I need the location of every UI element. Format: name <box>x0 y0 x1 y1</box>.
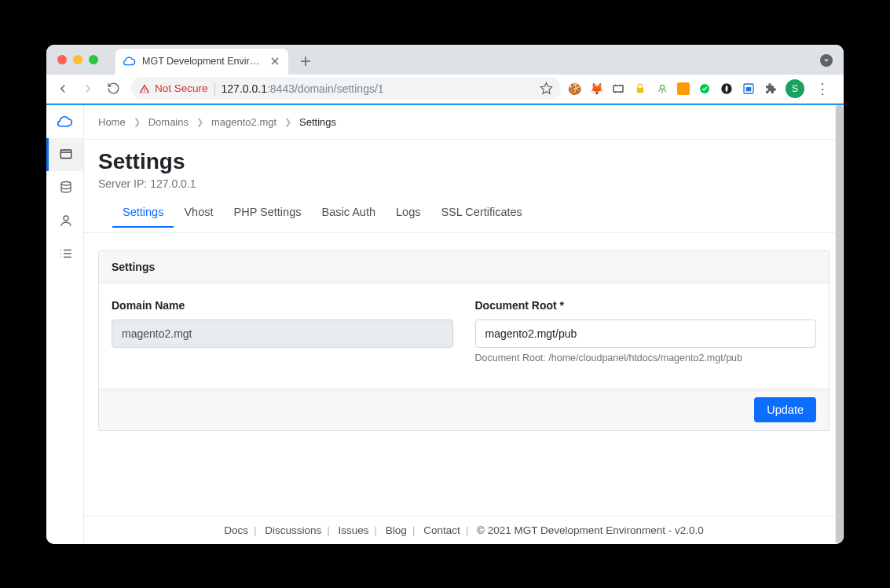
chevron-right-icon: ❯ <box>134 117 141 127</box>
url-bar[interactable]: Not Secure 127.0.0.1:8443/domain/setting… <box>131 77 561 100</box>
document-root-field: Document Root * Document Root: /home/clo… <box>475 299 817 363</box>
extension-icon[interactable] <box>742 82 756 96</box>
breadcrumb: Home ❯ Domains ❯ magento2.mgt ❯ Settings <box>84 105 844 140</box>
svg-point-8 <box>64 216 68 221</box>
extension-icon[interactable]: 🦊 <box>589 82 603 96</box>
footer-link-contact[interactable]: Contact <box>423 524 460 536</box>
panel-body: Domain Name Document Root * Document Roo… <box>99 283 829 389</box>
profile-avatar[interactable]: S <box>786 79 804 98</box>
back-button[interactable] <box>51 77 75 100</box>
security-indicator[interactable]: Not Secure <box>139 82 208 94</box>
reload-button[interactable] <box>101 77 125 100</box>
footer-link-issues[interactable]: Issues <box>339 524 369 536</box>
footer-link-docs[interactable]: Docs <box>224 524 248 536</box>
sidebar-item-databases[interactable] <box>46 171 83 204</box>
breadcrumb-item[interactable]: Home <box>98 116 126 128</box>
breadcrumb-item[interactable]: Domains <box>148 116 189 128</box>
svg-rect-6 <box>60 150 71 159</box>
extension-icon[interactable] <box>677 82 690 95</box>
page-title: Settings <box>98 149 830 174</box>
sidebar <box>46 105 84 544</box>
extension-icon[interactable] <box>698 82 712 96</box>
svg-rect-0 <box>613 86 623 92</box>
close-tab-icon[interactable] <box>269 56 280 67</box>
tabs-menu-icon[interactable] <box>820 54 833 67</box>
page-viewport: Home ❯ Domains ❯ magento2.mgt ❯ Settings… <box>46 104 844 544</box>
extension-icon[interactable]: 🍪 <box>567 82 581 96</box>
tabs: Settings Vhost PHP Settings Basic Auth L… <box>98 198 830 228</box>
domain-name-field: Domain Name <box>112 299 453 363</box>
minimize-window-button[interactable] <box>73 55 82 64</box>
forward-button[interactable] <box>76 77 100 100</box>
server-ip-label: Server IP: 127.0.0.1 <box>98 177 830 190</box>
chevron-right-icon: ❯ <box>284 117 291 127</box>
extensions-menu-icon[interactable] <box>764 82 778 96</box>
scrollbar-thumb[interactable] <box>836 105 843 544</box>
extension-icon[interactable] <box>611 82 625 96</box>
browser-tab[interactable]: MGT Development Environmen <box>115 49 288 75</box>
address-bar: Not Secure 127.0.0.1:8443/domain/setting… <box>46 75 844 104</box>
panel-header: Settings <box>99 251 829 283</box>
extension-icon[interactable] <box>720 82 734 96</box>
extension-icon[interactable] <box>655 82 669 96</box>
svg-rect-5 <box>746 87 752 91</box>
panel-footer: Update <box>99 389 829 430</box>
domain-name-label: Domain Name <box>112 299 453 312</box>
new-tab-button[interactable] <box>295 50 317 72</box>
extension-icon[interactable] <box>633 82 647 96</box>
document-root-input[interactable] <box>475 320 817 348</box>
settings-panel: Settings Domain Name Document Root * Doc… <box>98 250 830 431</box>
tab-basic-auth[interactable]: Basic Auth <box>311 198 386 228</box>
scrollbar-track[interactable] <box>835 105 844 544</box>
tab-settings[interactable]: Settings <box>112 198 174 228</box>
cloud-icon <box>123 55 136 68</box>
tab-logs[interactable]: Logs <box>386 198 430 228</box>
tab-php-settings[interactable]: PHP Settings <box>224 198 312 228</box>
browser-menu-icon[interactable]: ⋮ <box>812 80 833 97</box>
footer-link-discussions[interactable]: Discussions <box>265 524 321 536</box>
breadcrumb-item[interactable]: magento2.mgt <box>211 116 277 128</box>
window-controls <box>57 55 98 64</box>
browser-tab-strip: MGT Development Environmen <box>46 45 844 75</box>
update-button[interactable]: Update <box>754 397 816 422</box>
tab-vhost[interactable]: Vhost <box>174 198 223 228</box>
main-content: Home ❯ Domains ❯ magento2.mgt ❯ Settings… <box>84 105 844 544</box>
footer-copyright: © 2021 MGT Development Environment - v2.… <box>477 524 704 536</box>
extensions-row: 🍪 🦊 S ⋮ <box>567 79 839 98</box>
app-logo-cloud-icon[interactable] <box>46 105 83 138</box>
document-root-label: Document Root * <box>475 299 817 312</box>
breadcrumb-item-active: Settings <box>299 116 336 128</box>
bookmark-star-icon[interactable] <box>540 82 553 95</box>
svg-point-1 <box>660 85 664 89</box>
url-text: 127.0.0.1:8443/domain/settings/1 <box>222 82 384 95</box>
document-root-hint: Document Root: /home/cloudpanel/htdocs/m… <box>475 352 817 363</box>
sidebar-item-domains[interactable] <box>46 138 83 171</box>
close-window-button[interactable] <box>57 55 67 64</box>
sidebar-item-users[interactable] <box>46 204 83 237</box>
footer-link-blog[interactable]: Blog <box>386 524 407 536</box>
tab-title: MGT Development Environmen <box>142 56 263 67</box>
sidebar-item-services[interactable] <box>46 237 83 270</box>
svg-point-7 <box>61 181 71 185</box>
page-footer: Docs| Discussions| Issues| Blog| Contact… <box>84 516 844 544</box>
domain-name-input[interactable] <box>112 320 453 348</box>
security-text: Not Secure <box>155 82 208 94</box>
divider <box>214 82 215 95</box>
chevron-right-icon: ❯ <box>196 117 203 127</box>
warning-icon <box>139 83 150 94</box>
maximize-window-button[interactable] <box>89 55 98 64</box>
tab-ssl[interactable]: SSL Certificates <box>430 198 532 228</box>
browser-window: MGT Development Environmen Not Secure <box>46 45 844 544</box>
page-header: Settings Server IP: 127.0.0.1 Settings V… <box>84 140 844 233</box>
